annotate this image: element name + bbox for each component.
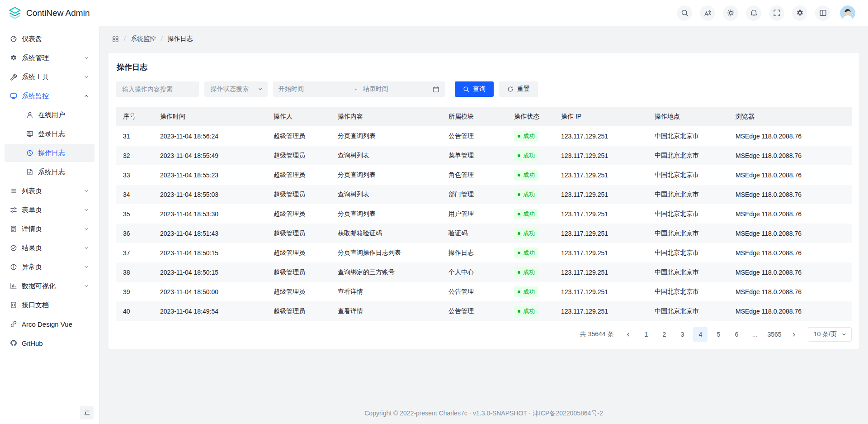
sidebar-item-system-log[interactable]: 系统日志 — [5, 163, 94, 181]
chevron-down-icon — [84, 55, 89, 61]
table-row: 342023-11-04 18:55:03超级管理员查询树列表部门管理成功123… — [116, 185, 852, 204]
cell-browser: MSEdge 118.0.2088.76 — [728, 243, 852, 262]
footer: Copyright © 2022-present Charles7c · v1.… — [108, 400, 859, 424]
sidebar-item-form-pages[interactable]: 表单页 — [5, 201, 94, 219]
search-button[interactable] — [677, 5, 692, 21]
logo-icon — [8, 6, 22, 20]
cell-no: 31 — [116, 126, 153, 146]
cell-status: 成功 — [507, 185, 554, 204]
refresh-icon — [507, 86, 514, 92]
cell-browser: MSEdge 118.0.2088.76 — [728, 146, 852, 165]
sidebar-item-dashboard[interactable]: 仪表盘 — [5, 30, 94, 48]
top-header: ContiNew Admin — [0, 0, 868, 26]
sidebar-item-label: 表单页 — [22, 206, 42, 214]
page-size-select[interactable]: 10 条/页 — [808, 327, 852, 342]
status-dot-icon — [518, 310, 520, 313]
sidebar-item-system-management[interactable]: 系统管理 — [5, 49, 94, 67]
status-dot-icon — [518, 213, 520, 215]
sidebar-item-label: 登录日志 — [38, 130, 65, 138]
sidebar-item-label: 在线用户 — [38, 111, 65, 119]
reset-button[interactable]: 重置 — [499, 81, 538, 97]
pagination-page-5[interactable]: 5 — [711, 327, 726, 342]
sidebar-item-label: 系统监控 — [22, 92, 49, 100]
pagination-page-3[interactable]: 3 — [675, 327, 689, 342]
date-range-picker[interactable]: 开始时间 - 结束时间 — [273, 81, 445, 97]
pagination-page-2[interactable]: 2 — [657, 327, 671, 342]
layout-button[interactable] — [815, 5, 830, 21]
sidebar-item-label: 系统管理 — [22, 54, 49, 62]
cell-content: 分页查询操作日志列表 — [330, 243, 441, 262]
status-select[interactable]: 操作状态搜索 — [204, 81, 268, 97]
apps-icon[interactable] — [112, 36, 119, 43]
copyright-text: Copyright © 2022-present Charles7c · v1.… — [364, 410, 603, 417]
app-title: ContiNew Admin — [26, 8, 90, 18]
sidebar-item-label: 系统工具 — [22, 73, 49, 81]
table-row: 362023-11-04 18:51:43超级管理员获取邮箱验证码验证码成功12… — [116, 224, 852, 243]
query-button[interactable]: 查询 — [455, 81, 494, 97]
sidebar-item-label: 结果页 — [22, 244, 42, 252]
cell-module: 用户管理 — [441, 204, 507, 224]
cell-time: 2023-11-04 18:55:03 — [153, 185, 266, 204]
sidebar-item-api-docs[interactable]: 接口文档 — [5, 296, 94, 314]
cell-module: 公告管理 — [441, 126, 507, 146]
sidebar-item-label: Arco Design Vue — [22, 320, 72, 328]
status-dot-icon — [518, 135, 520, 138]
sidebar-item-list-pages[interactable]: 列表页 — [5, 182, 94, 200]
sidebar-item-detail-pages[interactable]: 详情页 — [5, 220, 94, 238]
fullscreen-button[interactable] — [769, 5, 784, 21]
cell-content: 查询绑定的三方账号 — [330, 262, 441, 282]
sidebar-item-github[interactable]: GitHub — [5, 334, 94, 352]
sidebar-collapse-button[interactable] — [80, 406, 94, 419]
theme-button[interactable] — [723, 5, 738, 21]
pagination-next-button[interactable] — [787, 327, 802, 342]
cell-browser: MSEdge 118.0.2088.76 — [728, 204, 852, 224]
app-logo[interactable]: ContiNew Admin — [8, 6, 90, 20]
status-badge: 成功 — [514, 248, 538, 258]
sidebar: 仪表盘系统管理系统工具系统监控在线用户登录日志操作日志系统日志列表页表单页详情页… — [0, 26, 99, 424]
settings-button[interactable] — [792, 5, 807, 21]
sidebar-item-exception-pages[interactable]: 异常页 — [5, 258, 94, 276]
app-root: ContiNew Admin 仪表盘系统管理系统工具系统监控在线用户登录日志操作… — [0, 0, 868, 424]
sidebar-item-system-tools[interactable]: 系统工具 — [5, 68, 94, 86]
sidebar-item-operation-log[interactable]: 操作日志 — [5, 144, 94, 162]
pagination-page-3565[interactable]: 3565 — [765, 327, 783, 342]
cell-module: 公告管理 — [441, 282, 507, 301]
cell-ip: 123.117.129.251 — [554, 165, 647, 185]
table-row: 382023-11-04 18:50:15超级管理员查询绑定的三方账号个人中心成… — [116, 262, 852, 282]
pagination-prev-button[interactable] — [621, 327, 635, 342]
translate-button[interactable] — [700, 5, 715, 21]
breadcrumb: / 系统监控 / 操作日志 — [108, 26, 859, 53]
sidebar-item-system-monitor[interactable]: 系统监控 — [5, 87, 94, 105]
sidebar-item-login-log[interactable]: 登录日志 — [5, 125, 94, 143]
cell-browser: MSEdge 118.0.2088.76 — [728, 185, 852, 204]
sidebar-item-data-visualization[interactable]: 数据可视化 — [5, 277, 94, 295]
cell-location: 中国北京北京市 — [647, 262, 728, 282]
user-avatar[interactable] — [840, 5, 855, 21]
status-badge: 成功 — [514, 170, 538, 181]
sidebar-item-online-users[interactable]: 在线用户 — [5, 106, 94, 124]
status-dot-icon — [518, 193, 520, 196]
chevron-down-icon — [84, 207, 89, 213]
cell-no: 34 — [116, 185, 153, 204]
sidebar-item-result-pages[interactable]: 结果页 — [5, 239, 94, 257]
pagination-page-1[interactable]: 1 — [639, 327, 653, 342]
table-row: 352023-11-04 18:53:30超级管理员分页查询列表用户管理成功12… — [116, 204, 852, 224]
gear-icon — [796, 9, 804, 17]
sidebar-item-arco-design-vue[interactable]: Arco Design Vue — [5, 315, 94, 333]
notifications-button[interactable] — [746, 5, 761, 21]
pagination-page-6[interactable]: 6 — [729, 327, 744, 342]
pagination-page-4[interactable]: 4 — [693, 327, 708, 342]
column-header-browser: 浏览器 — [728, 107, 852, 126]
breadcrumb-item-system-monitor[interactable]: 系统监控 — [131, 35, 156, 43]
cell-browser: MSEdge 118.0.2088.76 — [728, 282, 852, 301]
status-badge: 成功 — [514, 131, 538, 142]
table-row: 392023-11-04 18:50:00超级管理员查看详情公告管理成功123.… — [116, 282, 852, 301]
sidebar-item-label: 接口文档 — [22, 301, 49, 310]
pagination-total: 共 35644 条 — [580, 330, 614, 338]
content-search-input[interactable] — [116, 81, 199, 97]
cell-operator: 超级管理员 — [266, 185, 330, 204]
page-title: 操作日志 — [117, 62, 851, 72]
cell-module: 操作日志 — [441, 243, 507, 262]
cell-module: 个人中心 — [441, 262, 507, 282]
cell-operator: 超级管理员 — [266, 126, 330, 146]
